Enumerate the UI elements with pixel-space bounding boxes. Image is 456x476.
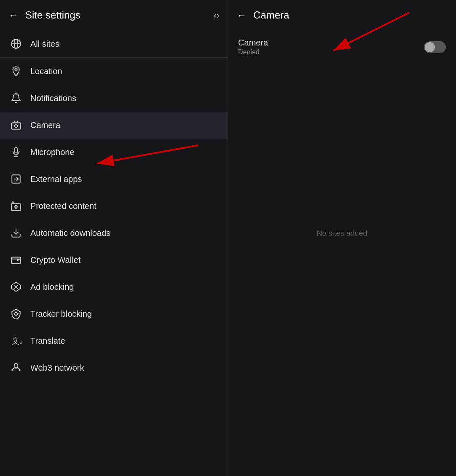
svg-point-16 [17, 259, 18, 260]
location-label: Location [30, 67, 62, 76]
sidebar-item-automatic-downloads[interactable]: Automatic downloads [0, 219, 228, 246]
automatic-downloads-label: Automatic downloads [30, 228, 110, 238]
microphone-icon [10, 146, 22, 158]
camera-toggle[interactable] [424, 41, 446, 53]
svg-text:文A: 文A [11, 337, 21, 345]
left-page-title: Site settings [25, 9, 207, 21]
camera-setting-name: Camera [238, 38, 268, 48]
camera-setting-text: Camera Denied [238, 38, 268, 56]
ad-blocking-icon [10, 281, 22, 293]
microphone-label: Microphone [30, 147, 75, 157]
crypto-wallet-label: Crypto Wallet [30, 255, 80, 265]
tracker-blocking-icon [10, 308, 22, 320]
svg-rect-5 [11, 123, 21, 129]
sidebar-item-camera[interactable]: Camera [0, 112, 228, 139]
protected-content-icon [10, 200, 22, 212]
globe-icon [10, 38, 22, 50]
right-header: ← Camera [228, 0, 456, 30]
empty-state-message: No sites added [228, 229, 456, 238]
external-apps-icon [10, 173, 22, 185]
search-button[interactable]: ⌕ [214, 10, 219, 21]
svg-point-6 [15, 125, 18, 128]
right-page-title: Camera [253, 9, 289, 21]
sidebar-item-external-apps[interactable]: External apps [0, 166, 228, 193]
web3-network-label: Web3 network [30, 363, 84, 373]
sidebar-item-tracker-blocking[interactable]: Tracker blocking [0, 300, 228, 327]
web3-icon [10, 362, 22, 374]
notifications-icon [10, 92, 22, 104]
tracker-blocking-label: Tracker blocking [30, 309, 92, 319]
location-icon [10, 65, 22, 77]
sidebar-item-translate[interactable]: 文A Translate [0, 327, 228, 354]
sidebar-item-notifications[interactable]: Notifications [0, 85, 228, 112]
sidebar-item-web3-network[interactable]: Web3 network [0, 354, 228, 381]
toggle-knob [425, 42, 435, 52]
camera-setting-status: Denied [238, 48, 268, 56]
sidebar-item-protected-content[interactable]: Protected content [0, 193, 228, 219]
camera-icon [10, 119, 22, 131]
svg-point-3 [15, 69, 17, 71]
left-back-button[interactable]: ← [8, 10, 19, 20]
external-apps-label: External apps [30, 174, 82, 184]
translate-label: Translate [30, 336, 65, 346]
svg-rect-15 [11, 257, 21, 264]
ad-blocking-label: Ad blocking [30, 282, 74, 292]
camera-setting-row: Camera Denied [228, 30, 456, 64]
svg-marker-12 [13, 201, 15, 203]
sidebar-item-location[interactable]: Location [0, 58, 228, 85]
camera-label: Camera [30, 120, 60, 130]
svg-rect-7 [15, 147, 18, 153]
sidebar-item-microphone[interactable]: Microphone [0, 139, 228, 166]
sidebar-item-ad-blocking[interactable]: Ad blocking [0, 273, 228, 300]
left-header: ← Site settings ⌕ [0, 0, 228, 30]
protected-content-label: Protected content [30, 201, 97, 211]
svg-marker-13 [15, 205, 18, 209]
sidebar-item-all-sites[interactable]: All sites [0, 30, 228, 57]
right-back-button[interactable]: ← [236, 10, 247, 20]
downloads-icon [10, 227, 22, 239]
sidebar-item-crypto-wallet[interactable]: Crypto Wallet [0, 246, 228, 273]
notifications-label: Notifications [30, 94, 76, 103]
translate-icon: 文A [10, 335, 22, 347]
crypto-wallet-icon [10, 254, 22, 266]
all-sites-label: All sites [30, 39, 59, 49]
